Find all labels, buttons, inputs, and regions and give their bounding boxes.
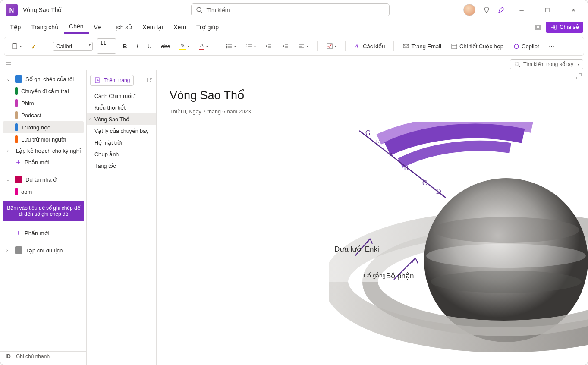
tab-draw[interactable]: Vẽ: [89, 21, 107, 33]
ribbon: ▾ Calibri▾ 11 ▾ B I U abc ✎▾ A▾ ▾ 12▾ ▾ …: [4, 37, 584, 56]
tab-view[interactable]: Xem: [168, 21, 191, 33]
close-button[interactable]: ✕: [564, 4, 582, 16]
svg-text:A: A: [355, 44, 358, 49]
expand-icon[interactable]: [575, 73, 582, 80]
tab-insert[interactable]: Chèn: [64, 20, 88, 34]
section-color-icon: [15, 188, 18, 195]
search-placeholder: Tìm kiếm: [206, 7, 230, 13]
page-list: Thêm trang Cánh Chim ruồi." Kiểu thời ti…: [87, 70, 157, 365]
notebook-header-my[interactable]: ⌄ Sổ ghi chép của tôi: [0, 73, 86, 85]
notebook-header-house[interactable]: ⌄ Dự án nhà ở: [0, 173, 86, 186]
quick-notes[interactable]: ID Ghi chú nhanh: [0, 351, 87, 361]
nav-toggle-icon[interactable]: [5, 61, 12, 68]
section-color-icon: [15, 99, 18, 107]
outdent-button[interactable]: [263, 41, 275, 51]
checkbox-icon: [326, 43, 333, 50]
svg-text:Bộ phận: Bộ phận: [386, 272, 414, 280]
global-search[interactable]: Tìm kiếm: [191, 3, 390, 16]
saturn-illustration: G F A B C D Dưa lưới Enki Cố gắng Bộ phậ…: [329, 122, 588, 365]
chevron-right-icon: ›: [7, 148, 13, 153]
section-color-icon: [15, 123, 18, 131]
svg-rect-3: [536, 26, 540, 28]
section-movies[interactable]: Phim: [0, 97, 86, 109]
bullets-button[interactable]: ▾: [223, 41, 239, 51]
svg-rect-29: [452, 44, 457, 49]
tab-help[interactable]: Trợ giúp: [191, 21, 224, 33]
font-color-button[interactable]: A▾: [196, 41, 211, 51]
minimize-button[interactable]: ─: [513, 4, 531, 16]
share-button[interactable]: Chia sẻ: [546, 22, 583, 33]
meeting-details-button[interactable]: Chi tiết Cuộc họp: [448, 41, 506, 51]
clipboard-icon: [11, 43, 18, 50]
share-icon: [550, 24, 557, 31]
note-canvas[interactable]: Vòng Sao Thổ Thứ tư, Ngày 7 tháng 6 năm …: [157, 70, 588, 365]
tab-home[interactable]: Trang chủ: [26, 21, 64, 33]
page-item[interactable]: Tăng tốc: [87, 160, 156, 172]
styles-icon: A: [354, 43, 361, 50]
open-window-icon[interactable]: [535, 24, 541, 31]
bold-button[interactable]: B: [120, 42, 129, 51]
svg-point-40: [433, 217, 579, 243]
page-title[interactable]: Vòng Sao Thổ: [170, 88, 575, 102]
page-item[interactable]: Kiểu thời tiết: [87, 102, 156, 113]
page-item[interactable]: Cánh Chim ruồi.": [87, 90, 156, 102]
format-painter[interactable]: [28, 41, 41, 51]
highlight-button[interactable]: ✎▾: [177, 41, 192, 51]
ribbon-collapse[interactable]: ⌄: [571, 43, 579, 50]
svg-text:B: B: [404, 164, 409, 172]
sort-icon[interactable]: [146, 77, 153, 84]
font-family-select[interactable]: Calibri▾: [53, 42, 93, 51]
svg-text:C: C: [422, 179, 427, 186]
new-page-icon: [94, 77, 101, 84]
strikethrough-button[interactable]: abc: [158, 42, 173, 51]
underline-button[interactable]: U: [145, 42, 154, 51]
share-label: Chia sẻ: [560, 24, 579, 30]
svg-text:Cố gắng: Cố gắng: [364, 272, 386, 279]
section-podcast[interactable]: Podcast: [0, 109, 86, 121]
page-item[interactable]: ›Vòng Sao Thổ: [87, 113, 156, 125]
align-button[interactable]: ▾: [296, 41, 311, 51]
styles-button[interactable]: ACác kiểu: [352, 41, 387, 51]
tab-review[interactable]: Xem lại: [137, 21, 168, 33]
svg-rect-6: [13, 43, 16, 44]
section-people[interactable]: Lưu trữ mọi người: [0, 133, 86, 145]
section-school[interactable]: Trường học: [3, 121, 84, 133]
page-item[interactable]: Vật lý của chuyến bay: [87, 125, 156, 137]
italic-button[interactable]: I: [134, 42, 141, 51]
notebook-search[interactable]: Tìm kiếm trong sổ tay ▾: [510, 59, 583, 69]
svg-rect-26: [327, 44, 332, 49]
notebook-icon: [15, 246, 22, 254]
section-vacation-planning[interactable]: ›Lập kế hoạch cho kỳ nghỉ: [0, 145, 86, 156]
section-camping[interactable]: Chuyến đi cắm trại: [0, 85, 86, 97]
chevron-down-icon: ⌄: [6, 77, 12, 82]
numbering-button[interactable]: 12▾: [243, 41, 258, 51]
new-section-button-2[interactable]: ＋Phần mới: [0, 227, 86, 239]
notebook-icon: [15, 176, 22, 183]
search-icon: [514, 61, 521, 68]
coach-tooltip: Bấm vào tiêu đề sổ ghi chép để đi đến sổ…: [3, 201, 84, 221]
svg-point-11: [226, 47, 228, 49]
avatar[interactable]: [463, 4, 475, 16]
more-commands[interactable]: ⋯: [546, 42, 557, 51]
page-item[interactable]: Hệ mặt trời: [87, 137, 156, 148]
add-page-button[interactable]: Thêm trang: [90, 75, 134, 86]
tab-file[interactable]: Tệp: [5, 21, 26, 33]
calendar-icon: [451, 43, 458, 50]
maximize-button[interactable]: ☐: [538, 4, 557, 16]
svg-rect-4: [555, 25, 556, 29]
todo-tag-button[interactable]: ▾: [324, 41, 339, 51]
section-obscured[interactable]: oom: [0, 186, 86, 198]
indent-button[interactable]: [279, 41, 291, 51]
tab-history[interactable]: Lịch sử: [107, 21, 137, 33]
new-section-button[interactable]: ＋Phần mới: [0, 156, 86, 168]
font-size-select[interactable]: 11 ▾: [97, 38, 116, 54]
app-logo: N: [6, 4, 18, 16]
notebook-header-travel[interactable]: › Tạp chí du lịch: [0, 244, 86, 256]
paste-button[interactable]: ▾: [9, 41, 24, 51]
copilot-button[interactable]: Copilot: [510, 41, 541, 51]
premium-icon[interactable]: [483, 6, 490, 13]
pen-mode-icon[interactable]: [498, 6, 505, 13]
search-icon: [196, 6, 203, 13]
page-item[interactable]: Chụp ảnh: [87, 148, 156, 160]
email-page-button[interactable]: Trang Email: [400, 41, 444, 51]
